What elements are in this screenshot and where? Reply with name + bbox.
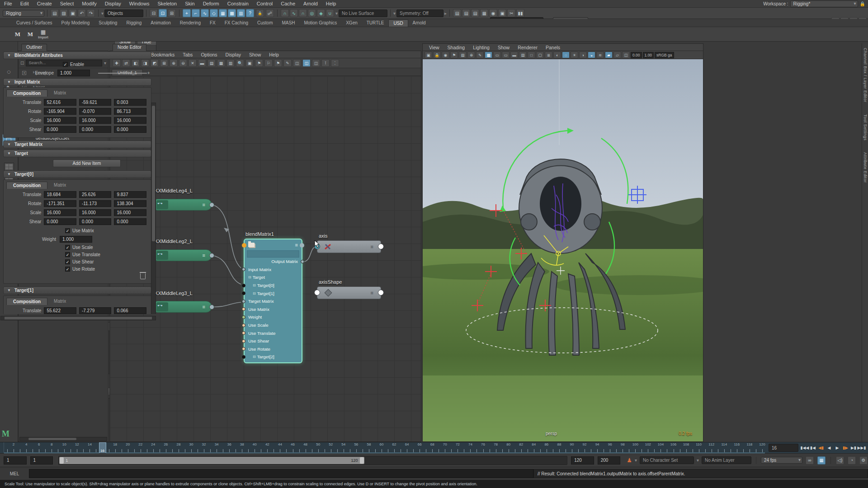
outliner-hscrollbar[interactable] bbox=[19, 437, 107, 441]
matrix-cell-x[interactable]: 16.000 bbox=[44, 209, 76, 216]
node-graph-canvas[interactable]: IKXMiddleLeg4_L ≡ IKXMiddleLeg2_L ≡ IKXM… bbox=[110, 76, 421, 441]
two-d-pan-zoom-icon[interactable]: ⊕ bbox=[467, 52, 475, 58]
menu-item[interactable]: Deform bbox=[199, 1, 223, 6]
motion-blur-icon[interactable]: ≋ bbox=[596, 52, 604, 58]
section-target-matrix[interactable]: ▼Target Matrix bbox=[3, 141, 151, 148]
live-surface-field[interactable]: No Live Surface bbox=[339, 9, 387, 17]
grease-pencil-icon[interactable]: ✎ bbox=[476, 52, 484, 58]
envelope-slider[interactable] bbox=[98, 73, 147, 74]
node-editor-menu-item[interactable]: Options bbox=[197, 52, 221, 57]
select-curves-icon[interactable]: ∿ bbox=[201, 9, 209, 17]
safe-title-icon[interactable]: ▢ bbox=[536, 52, 544, 58]
workspace-lock-icon[interactable]: 🔒 bbox=[860, 1, 865, 6]
menu-item[interactable]: Modify bbox=[78, 1, 100, 6]
playback-speed-icon[interactable]: ◔ bbox=[848, 456, 856, 465]
animation-start-field[interactable]: 1 bbox=[4, 456, 27, 465]
attribute-port[interactable] bbox=[242, 315, 245, 319]
node-menu-icon[interactable]: ≡ bbox=[371, 290, 373, 296]
workspace-dropdown[interactable]: Rigging* bbox=[790, 0, 858, 7]
command-language-toggle[interactable]: MEL bbox=[0, 471, 29, 476]
highlight-selection-icon[interactable]: ☍ bbox=[266, 9, 274, 17]
viewport-3d-view[interactable]: persp 0.2 fps bbox=[423, 59, 703, 441]
layout-graph-icon[interactable]: ◫ bbox=[293, 59, 301, 67]
shelf-tab[interactable]: TURTLE bbox=[362, 19, 389, 27]
command-result[interactable]: // Result: Connected blendMatrix1.output… bbox=[533, 469, 868, 478]
attribute-editor-hscrollbar[interactable] bbox=[0, 316, 156, 320]
anti-aliasing-icon[interactable]: ▰ bbox=[605, 52, 613, 58]
view-transform-dropdown[interactable]: sRGB ga bbox=[655, 52, 674, 58]
matrix-cell-z[interactable]: 0.000 bbox=[114, 126, 146, 133]
matrix-cell-y[interactable]: 16.000 bbox=[79, 209, 112, 216]
current-frame-field[interactable]: 16 bbox=[769, 444, 798, 452]
mute-audio-icon[interactable]: ◁) bbox=[836, 456, 844, 465]
snap-point-icon[interactable]: ∩ bbox=[299, 9, 307, 17]
node-output-port[interactable] bbox=[378, 244, 384, 249]
wireframe-on-shaded-icon[interactable]: ◫ bbox=[622, 52, 630, 58]
node-editor-menu-item[interactable]: Show bbox=[245, 52, 264, 57]
bookmark-icon[interactable]: ⚑ bbox=[255, 59, 263, 67]
node-editor-menu-item[interactable]: Help bbox=[265, 52, 283, 57]
matrix-cell-x[interactable]: 0.000 bbox=[44, 126, 76, 133]
delete-target-icon[interactable] bbox=[140, 273, 146, 279]
matrix-cell-x[interactable]: -165.904 bbox=[44, 108, 76, 115]
matrix-cell-z[interactable]: 86.713 bbox=[114, 108, 146, 115]
shelf-tab[interactable]: Rendering bbox=[175, 19, 205, 27]
layout-selected-icon[interactable]: ◫ bbox=[302, 59, 311, 67]
select-surfaces-icon[interactable]: ◇ bbox=[210, 9, 218, 17]
shelf-tab[interactable]: Poly Modeling bbox=[57, 19, 94, 27]
shelf-tab[interactable]: Motion Graphics bbox=[299, 19, 341, 27]
film-gate-icon[interactable]: ▭ bbox=[493, 52, 501, 58]
shelf-tab[interactable]: MASH bbox=[277, 19, 299, 27]
range-slider-track[interactable]: 1 120 bbox=[58, 456, 567, 465]
node-attribute-row[interactable]: ⊟Target bbox=[245, 273, 302, 282]
shelf-tab[interactable]: USD bbox=[388, 19, 408, 27]
add-selected-icon[interactable]: ⊕ bbox=[170, 59, 178, 67]
anim-layer-dropdown[interactable]: No Anim Layer bbox=[702, 456, 751, 464]
node-editor-menu-item[interactable]: Display bbox=[222, 52, 245, 57]
menu-item[interactable]: Display bbox=[101, 1, 125, 6]
camera-attributes-icon[interactable]: ◉ bbox=[442, 52, 449, 58]
shelf-tab[interactable]: Arnold bbox=[408, 19, 430, 27]
playback-start-field[interactable]: 1 bbox=[30, 456, 53, 465]
menu-item[interactable]: Constrain bbox=[223, 1, 253, 6]
viewport-menu-item[interactable]: View bbox=[425, 45, 443, 50]
step-back-frame-button[interactable]: ▮◀ bbox=[809, 443, 816, 452]
attribute-port[interactable] bbox=[242, 291, 245, 295]
matrix-cell-y[interactable]: -0.070 bbox=[79, 108, 112, 115]
hierarchy-mode-icon[interactable]: ⊟ bbox=[150, 9, 158, 17]
bookmark-edit-icon[interactable]: ✎ bbox=[283, 59, 292, 67]
matrix-cell-x[interactable]: 18.684 bbox=[44, 191, 76, 198]
all-lights-icon[interactable]: ☀ bbox=[571, 52, 578, 58]
attribute-port[interactable] bbox=[242, 267, 245, 271]
step-forward-key-button[interactable]: ▮▶ bbox=[842, 443, 849, 452]
bookmark-icon[interactable]: ⚑ bbox=[450, 52, 458, 58]
matrix-cell-z[interactable]: 0.000 bbox=[114, 218, 146, 225]
node-menu-icon[interactable]: ≡ bbox=[371, 244, 373, 249]
current-frame-marker[interactable]: 16 bbox=[99, 442, 106, 454]
gate-mask-icon[interactable]: ▬ bbox=[510, 52, 518, 58]
node-attribute-row[interactable]: Output Matrix bbox=[245, 258, 302, 266]
play-backwards-button[interactable]: ◀ bbox=[826, 443, 833, 452]
snap-projected-center-icon[interactable]: ◎ bbox=[308, 9, 316, 17]
save-scene-icon[interactable]: ▣ bbox=[69, 9, 77, 17]
attribute-port[interactable] bbox=[242, 347, 245, 351]
select-misc-icon[interactable]: ? bbox=[246, 9, 254, 17]
lock-selection-icon[interactable]: 🔒 bbox=[256, 9, 264, 17]
attribute-port[interactable] bbox=[242, 284, 245, 287]
attribute-port[interactable] bbox=[242, 339, 245, 343]
use-flag-checkbox[interactable]: ✓ bbox=[65, 245, 70, 250]
pin-icon[interactable]: ⊺ bbox=[321, 59, 330, 67]
shelf-tab[interactable]: Custom bbox=[253, 19, 277, 27]
time-slider[interactable]: 2468101214161820222426283032343638404244… bbox=[0, 442, 868, 453]
node-blendmatrix1[interactable]: ≡ Output Matrix Input M bbox=[244, 239, 302, 363]
render-icon[interactable]: ▦ bbox=[480, 9, 488, 17]
hud-icon[interactable]: ≣ bbox=[545, 52, 552, 58]
section-input-matrix[interactable]: ▼Input Matrix bbox=[3, 78, 151, 86]
matrix-cell-y[interactable]: -59.621 bbox=[79, 99, 112, 106]
node-editor-menu-item[interactable]: Tabs bbox=[179, 52, 196, 57]
animation-end-field[interactable]: 200 bbox=[598, 456, 621, 465]
node-output-port[interactable] bbox=[209, 202, 214, 207]
playback-end-field[interactable]: 120 bbox=[571, 456, 594, 465]
node-attribute-row[interactable]: Input Matrix bbox=[245, 266, 302, 274]
grid-icon[interactable]: ▦ bbox=[485, 52, 492, 58]
